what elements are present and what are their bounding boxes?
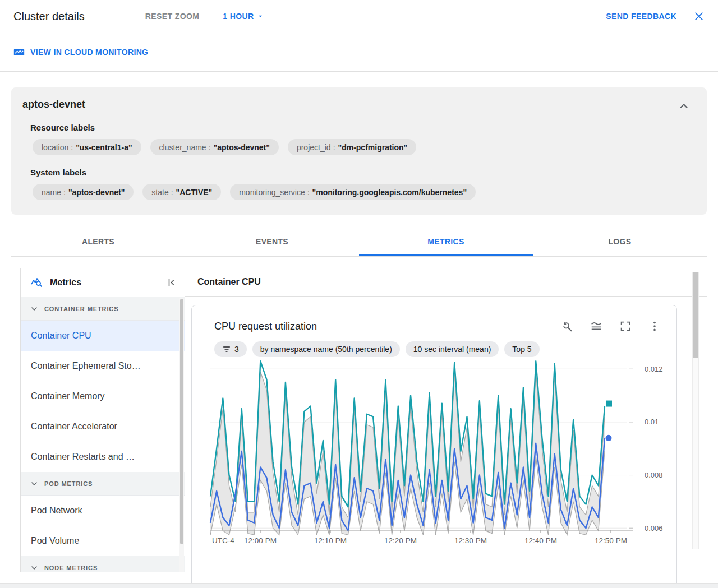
- label-colon: :: [71, 143, 73, 152]
- label-colon: :: [63, 188, 66, 197]
- svg-text:12:20 PM: 12:20 PM: [384, 536, 417, 545]
- label-value: "dm-pcfmigration": [338, 143, 408, 152]
- metric-detail-panel: Container CPU CPU request utilization: [185, 268, 707, 572]
- sidebar-item-container-restarts-and[interactable]: Container Restarts and …: [21, 442, 185, 472]
- section-label: CONTAINER METRICS: [44, 305, 118, 312]
- label-value: "ACTIVE": [176, 188, 213, 197]
- section-label: NODE METRICS: [44, 564, 98, 571]
- resource-labels-heading: Resource labels: [30, 123, 696, 132]
- section-header-node-metrics[interactable]: NODE METRICS: [21, 556, 185, 572]
- chevron-down-icon: [30, 479, 39, 488]
- sidebar-item-pod-network[interactable]: Pod Network: [21, 496, 185, 526]
- svg-text:12:50 PM: 12:50 PM: [595, 536, 627, 545]
- section-header-pod-metrics[interactable]: POD METRICS: [21, 472, 185, 496]
- section-label: POD METRICS: [44, 480, 93, 487]
- monitoring-chart-icon: [13, 47, 25, 57]
- label-colon: :: [307, 188, 310, 197]
- bottom-edge-strip: [0, 583, 718, 588]
- metrics-icon: [30, 276, 43, 289]
- cluster-summary-card: aptos-devnet Resource labels location:"u…: [11, 87, 707, 215]
- sidebar-scrollbar[interactable]: [180, 298, 184, 572]
- sidebar-list: CONTAINER METRICSContainer CPUContainer …: [21, 297, 185, 572]
- sidebar-scrollbar-thumb[interactable]: [180, 299, 183, 544]
- metrics-content: Metrics CONTAINER METRICSContainer CPUCo…: [0, 257, 718, 572]
- sidebar-item-container-accelerator[interactable]: Container Accelerator: [21, 411, 185, 442]
- sidebar-item-container-ephemeral-sto[interactable]: Container Ephemeral Sto…: [21, 351, 185, 381]
- more-options-kebab-icon[interactable]: [648, 320, 661, 332]
- svg-text:0.012: 0.012: [645, 365, 663, 373]
- label-key: monitoring_service: [239, 188, 305, 197]
- filter-count: 3: [234, 345, 239, 354]
- svg-text:12:40 PM: 12:40 PM: [524, 536, 557, 545]
- chip-container: by namespace name (50th percentile)10 se…: [252, 341, 540, 357]
- caret-down-icon: [256, 12, 264, 20]
- view-in-cloud-monitoring-link[interactable]: VIEW IN CLOUD MONITORING: [30, 48, 148, 57]
- svg-text:UTC-4: UTC-4: [212, 536, 234, 545]
- sidebar-title: Metrics: [50, 277, 160, 288]
- resource-label-chip-location: location:"us-central1-a": [33, 139, 141, 155]
- chart-chip-2[interactable]: Top 5: [504, 341, 539, 357]
- chart-toolbar: [561, 320, 661, 332]
- chart-chip-0[interactable]: by namespace name (50th percentile): [252, 341, 400, 357]
- tab-events[interactable]: EVENTS: [185, 229, 359, 256]
- chart-card: CPU request utilization: [191, 305, 677, 588]
- sidebar-item-pod-volume[interactable]: Pod Volume: [21, 526, 185, 556]
- label-colon: :: [171, 188, 173, 197]
- label-key: location: [42, 143, 68, 152]
- label-key: state: [151, 188, 168, 197]
- svg-text:0.008: 0.008: [645, 471, 663, 479]
- tab-metrics[interactable]: METRICS: [359, 229, 533, 256]
- metrics-sidebar: Metrics CONTAINER METRICSContainer CPUCo…: [20, 268, 185, 572]
- resource-label-chip-project_id: project_id:"dm-pcfmigration": [288, 139, 416, 155]
- chart-filter-chips: 3 by namespace name (50th percentile)10 …: [214, 341, 676, 357]
- tab-logs[interactable]: LOGS: [533, 229, 707, 256]
- system-label-chip-monitoring_service: monitoring_service:"monitoring.googleapi…: [230, 184, 476, 200]
- monitoring-link-row: VIEW IN CLOUD MONITORING: [0, 33, 718, 72]
- label-key: name: [42, 188, 61, 197]
- filter-icon: [222, 345, 231, 354]
- area-chart-mode-icon[interactable]: [590, 320, 602, 332]
- cpu-utilization-chart[interactable]: 12:00 PM12:10 PM12:20 PM12:30 PM12:40 PM…: [192, 357, 677, 554]
- label-value: "aptos-devnet": [214, 143, 270, 152]
- cluster-name-title: aptos-devnet: [22, 99, 696, 110]
- svg-text:12:00 PM: 12:00 PM: [244, 536, 277, 545]
- collapse-sidebar-icon[interactable]: [167, 277, 177, 288]
- tab-bar: ALERTSEVENTSMETRICSLOGS: [11, 229, 707, 257]
- chart-title: CPU request utilization: [214, 321, 561, 332]
- main-scrollbar[interactable]: [692, 272, 699, 549]
- label-colon: :: [209, 143, 211, 152]
- chart-chip-1[interactable]: 10 sec interval (mean): [406, 341, 499, 357]
- system-labels-heading: System labels: [30, 168, 696, 177]
- label-key: project_id: [297, 143, 331, 152]
- time-range-label: 1 HOUR: [223, 12, 254, 21]
- sidebar-header: Metrics: [21, 268, 185, 297]
- main-scrollbar-thumb[interactable]: [693, 272, 698, 358]
- chevron-down-icon: [30, 304, 39, 313]
- filter-count-chip[interactable]: 3: [214, 341, 247, 357]
- resource-labels-block: Resource labels location:"us-central1-a"…: [30, 123, 696, 155]
- metric-heading: Container CPU: [185, 268, 707, 297]
- tab-alerts[interactable]: ALERTS: [11, 229, 185, 256]
- label-colon: :: [333, 143, 335, 152]
- sidebar-item-container-cpu[interactable]: Container CPU: [21, 321, 185, 351]
- label-value: "monitoring.googleapis.com/kubernetes": [312, 188, 467, 197]
- top-bar: Cluster details RESET ZOOM 1 HOUR SEND F…: [0, 0, 718, 33]
- send-feedback-link[interactable]: SEND FEEDBACK: [606, 12, 676, 21]
- label-value: "aptos-devnet": [68, 188, 125, 197]
- time-range-dropdown[interactable]: 1 HOUR: [223, 12, 264, 21]
- svg-text:0.01: 0.01: [645, 418, 659, 426]
- zoom-reset-icon[interactable]: [561, 320, 573, 332]
- label-key: cluster_name: [159, 143, 206, 152]
- system-label-chip-state: state:"ACTIVE": [142, 184, 221, 200]
- chart-card-header: CPU request utilization: [192, 305, 676, 332]
- section-header-container-metrics[interactable]: CONTAINER METRICS: [21, 297, 185, 321]
- svg-text:12:10 PM: 12:10 PM: [314, 536, 347, 545]
- fullscreen-icon[interactable]: [619, 320, 632, 332]
- system-labels-row: name:"aptos-devnet"state:"ACTIVE"monitor…: [33, 184, 696, 200]
- label-value: "us-central1-a": [76, 143, 132, 152]
- svg-text:0.006: 0.006: [645, 524, 663, 533]
- chevron-up-icon[interactable]: [678, 100, 690, 114]
- close-icon[interactable]: [693, 11, 705, 22]
- reset-zoom-button[interactable]: RESET ZOOM: [145, 12, 200, 21]
- sidebar-item-container-memory[interactable]: Container Memory: [21, 381, 185, 411]
